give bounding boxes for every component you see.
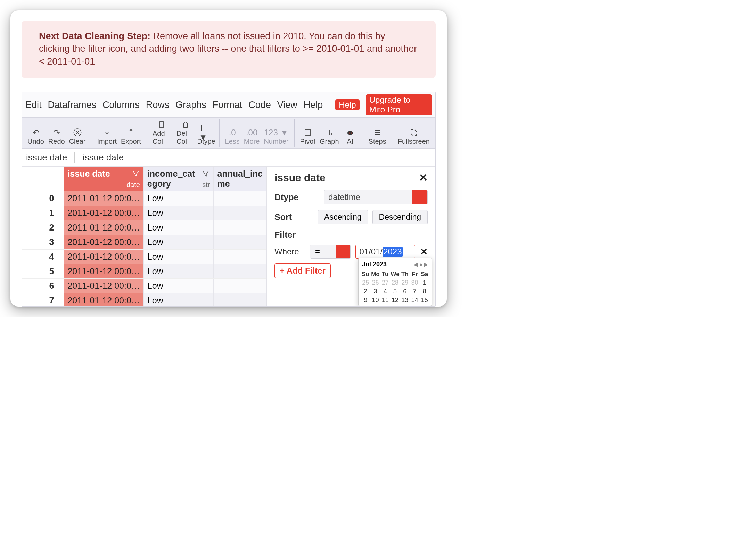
- menu-edit[interactable]: Edit: [25, 100, 42, 110]
- cell-annual-inc[interactable]: [214, 191, 266, 206]
- row-index[interactable]: 0: [22, 191, 64, 206]
- dp-day-prev[interactable]: 29: [400, 278, 410, 287]
- table-row[interactable]: 42011-01-12 00:0…Low: [22, 250, 266, 264]
- dp-day-prev[interactable]: 27: [380, 278, 390, 287]
- dp-day-prev[interactable]: 30: [410, 278, 419, 287]
- cell-annual-inc[interactable]: [214, 220, 266, 235]
- cell-issue-date[interactable]: 2011-01-12 00:0…: [64, 220, 143, 235]
- filter-icon[interactable]: [202, 169, 210, 180]
- add-filter-button[interactable]: + Add Filter: [274, 263, 331, 278]
- dp-day[interactable]: 11: [380, 296, 390, 304]
- dtype-select[interactable]: datetime: [324, 190, 428, 204]
- dp-day[interactable]: 1: [420, 278, 429, 287]
- table-row[interactable]: 02011-01-12 00:0…Low: [22, 191, 266, 206]
- dp-day[interactable]: 15: [420, 296, 429, 304]
- remove-filter-icon[interactable]: ✕: [420, 246, 428, 257]
- ai-button[interactable]: AI: [341, 128, 359, 145]
- cell-annual-inc[interactable]: [214, 206, 266, 220]
- dp-day[interactable]: 6: [400, 287, 410, 296]
- cell-annual-inc[interactable]: [214, 250, 266, 264]
- graph-button[interactable]: Graph: [318, 128, 341, 145]
- less-button[interactable]: .0 Less: [223, 128, 242, 145]
- menu-format[interactable]: Format: [213, 100, 243, 110]
- cell-annual-inc[interactable]: [214, 279, 266, 293]
- date-input[interactable]: 01/01/2023: [355, 245, 415, 259]
- cell-annual-inc[interactable]: [214, 264, 266, 279]
- close-icon[interactable]: ✕: [419, 171, 428, 184]
- undo-button[interactable]: ↶ Undo: [25, 128, 46, 145]
- dp-nav[interactable]: ◀ ● ▶: [414, 261, 428, 268]
- dp-day[interactable]: 12: [390, 296, 400, 304]
- cell-issue-date[interactable]: 2011-01-12 00:0…: [64, 250, 143, 264]
- export-button[interactable]: Export: [119, 128, 143, 145]
- table-row[interactable]: 32011-01-12 00:0…Low: [22, 235, 266, 250]
- fullscreen-button[interactable]: Fullscreen: [396, 128, 432, 145]
- operator-select[interactable]: =: [310, 245, 351, 259]
- col-header-annual-inc[interactable]: annual_inc me: [214, 167, 266, 191]
- cell-annual-inc[interactable]: [214, 293, 266, 307]
- col-header-issue-date[interactable]: issue date date: [64, 167, 143, 191]
- menu-columns[interactable]: Columns: [102, 100, 140, 110]
- dp-day[interactable]: 7: [410, 287, 419, 296]
- cell-issue-date[interactable]: 2011-01-12 00:0…: [64, 235, 143, 250]
- dp-day[interactable]: 10: [370, 296, 380, 304]
- more-button[interactable]: .00 More: [242, 128, 262, 145]
- cell-issue-date[interactable]: 2011-01-12 00:0…: [64, 191, 143, 206]
- formula-right[interactable]: issue date: [83, 152, 124, 163]
- cell-issue-date[interactable]: 2011-01-12 00:0…: [64, 264, 143, 279]
- col-header-income-cat[interactable]: income_cat egory str: [143, 167, 214, 191]
- dp-day[interactable]: 2: [361, 287, 370, 296]
- dp-day[interactable]: 5: [390, 287, 400, 296]
- cell-issue-date[interactable]: 2011-01-12 00:0…: [64, 293, 143, 307]
- row-index[interactable]: 4: [22, 250, 64, 264]
- table-row[interactable]: 12011-01-12 00:0…Low: [22, 206, 266, 220]
- dp-day[interactable]: 3: [370, 287, 380, 296]
- menu-graphs[interactable]: Graphs: [175, 100, 206, 110]
- addcol-button[interactable]: Add Col: [150, 120, 174, 145]
- cell-income-cat[interactable]: Low: [143, 220, 214, 235]
- cell-income-cat[interactable]: Low: [143, 293, 214, 307]
- upgrade-button[interactable]: Upgrade to Mito Pro: [366, 94, 432, 115]
- dp-day[interactable]: 14: [410, 296, 419, 304]
- dtype-button[interactable]: T ▼ Dtype: [197, 128, 216, 145]
- dp-day-prev[interactable]: 26: [370, 278, 380, 287]
- table-row[interactable]: 22011-01-12 00:0…Low: [22, 220, 266, 235]
- row-index[interactable]: 7: [22, 293, 64, 307]
- number-button[interactable]: 123 ▼ Number: [262, 128, 290, 145]
- row-index[interactable]: 5: [22, 264, 64, 279]
- dp-day[interactable]: 4: [380, 287, 390, 296]
- dp-day[interactable]: 8: [420, 287, 429, 296]
- descending-button[interactable]: Descending: [372, 210, 428, 224]
- cell-income-cat[interactable]: Low: [143, 264, 214, 279]
- cell-issue-date[interactable]: 2011-01-12 00:0…: [64, 206, 143, 220]
- steps-button[interactable]: Steps: [367, 128, 388, 145]
- dp-day-prev[interactable]: 28: [390, 278, 400, 287]
- help-button[interactable]: Help: [335, 99, 359, 110]
- filter-icon[interactable]: [132, 169, 140, 180]
- cell-income-cat[interactable]: Low: [143, 279, 214, 293]
- table-row[interactable]: 62011-01-12 00:0…Low: [22, 279, 266, 293]
- redo-button[interactable]: ↷ Redo: [46, 128, 67, 145]
- row-index[interactable]: 6: [22, 279, 64, 293]
- table-row[interactable]: 72011-01-12 00:0…Low: [22, 293, 266, 307]
- datepicker-popup[interactable]: Jul 2023 ◀ ● ▶ SuMoTuWeThFrSa25262728293…: [358, 258, 432, 306]
- cell-income-cat[interactable]: Low: [143, 206, 214, 220]
- grid-area[interactable]: issue date date income_cat egory: [22, 167, 266, 306]
- dp-day[interactable]: 9: [361, 296, 370, 304]
- import-button[interactable]: Import: [95, 128, 119, 145]
- dp-day-prev[interactable]: 25: [361, 278, 370, 287]
- cell-income-cat[interactable]: Low: [143, 235, 214, 250]
- menu-code[interactable]: Code: [248, 100, 271, 110]
- row-index[interactable]: 2: [22, 220, 64, 235]
- menu-view[interactable]: View: [277, 100, 297, 110]
- table-row[interactable]: 52011-01-12 00:0…Low: [22, 264, 266, 279]
- ascending-button[interactable]: Ascending: [318, 210, 368, 224]
- row-index[interactable]: 1: [22, 206, 64, 220]
- row-index[interactable]: 3: [22, 235, 64, 250]
- menu-help[interactable]: Help: [304, 100, 323, 110]
- delcol-button[interactable]: Del Col: [174, 120, 197, 145]
- clear-button[interactable]: ⓧ Clear: [67, 128, 88, 145]
- data-grid[interactable]: issue date date income_cat egory: [22, 167, 266, 306]
- cell-annual-inc[interactable]: [214, 235, 266, 250]
- pivot-button[interactable]: Pivot: [298, 128, 318, 145]
